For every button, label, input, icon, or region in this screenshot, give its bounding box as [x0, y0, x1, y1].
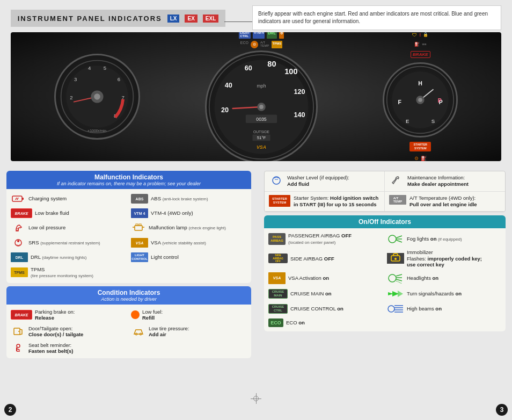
malfunction-subtitle: If an indicator remains on, there may be… — [12, 181, 246, 186]
tpms-text: TPMS(tire pressure monitoring system) — [31, 266, 93, 279]
vsa-badge: VSA — [131, 238, 148, 248]
list-item: High beams on — [387, 302, 501, 315]
speedometer-gauge: 20 40 60 80 100 120 140 mph 0035 — [205, 50, 318, 161]
vsa-text: VSA (vehicle stability assist) — [151, 240, 206, 246]
passenger-airbag-text: PASSENGER AIRBAG OFF(located on center p… — [288, 233, 352, 245]
svg-point-76 — [388, 306, 394, 312]
drl-indicator: DRL — [267, 32, 276, 39]
low-brake-text: Low brake fluid — [35, 210, 69, 216]
svg-text:F: F — [398, 99, 402, 105]
fog-light-icon — [387, 234, 404, 244]
svg-text:4: 4 — [88, 65, 91, 71]
immobilizer-text: ImmobilizerFlashes: improperly coded key… — [407, 249, 482, 267]
cruise-ctrl-text: CRUISE CONTROL on — [290, 306, 343, 312]
condition-section: Condition Indicators Action is needed by… — [6, 286, 251, 358]
drl-badge: DRL — [11, 252, 28, 262]
svg-text:OUTSIDE: OUTSIDE — [253, 130, 270, 134]
door-open-icon — [11, 326, 26, 337]
list-item: STARTERSYSTEM Starter System: Hold ignit… — [265, 192, 385, 212]
list-item: PASSAIRBAG PASSENGER AIRBAG OFF(located … — [268, 231, 383, 246]
light-ctrl-indicator: LIGHTCTRL — [239, 32, 251, 39]
svg-rect-43 — [12, 196, 22, 201]
malfunction-title: Malfunction Indicators — [12, 173, 246, 181]
list-item: A/TTEMP A/T Temperature (4WD only):Pull … — [385, 192, 505, 212]
cruise-ctrl-badge: CRUISECTRL — [268, 304, 288, 314]
airbag-icon: 🛡 — [412, 32, 417, 38]
svg-line-63 — [396, 236, 402, 238]
svg-text:5: 5 — [103, 65, 106, 71]
cruise-main-badge: CRUISEMAIN — [268, 289, 288, 299]
empty-cell-onoff — [387, 317, 501, 328]
cruise-main-text: CRUISE MAIN on — [290, 291, 332, 296]
svg-point-56 — [18, 331, 19, 332]
headlights-text: Headlights on — [407, 275, 438, 281]
srs-icon — [11, 237, 26, 248]
page-number-right: 3 — [496, 404, 508, 416]
charging-icon — [11, 193, 26, 204]
drl-text: DRL (daytime running lights) — [31, 254, 86, 260]
eco-indicator: ECO — [240, 41, 248, 48]
eco-text: ECO on — [286, 320, 305, 325]
svg-line-71 — [396, 279, 402, 281]
engine-icon: ⚙ — [251, 41, 258, 48]
list-item: Turn signals/hazards on — [387, 287, 501, 300]
vsa-act-icon: VSA — [268, 272, 286, 284]
tach-label: ×1000r/min — [87, 129, 106, 133]
condition-title: Condition Indicators — [12, 289, 246, 296]
svg-point-59 — [17, 344, 20, 347]
malfunction-grid: Charging system ABS ABS (anti-lock brake… — [11, 192, 247, 280]
dashboard-inner: 2 3 4 5 6 7 8 ×1000r/min LIGH — [11, 32, 501, 161]
svg-marker-75 — [398, 291, 403, 297]
list-item: VSA VSA (vehicle stability assist) — [131, 236, 247, 249]
svg-point-60 — [273, 177, 280, 184]
maintenance-text: Maintenance Information:Make dealer appo… — [407, 175, 469, 188]
list-item: ImmobilizerFlashes: improperly coded key… — [387, 248, 501, 269]
condition-header: Condition Indicators Action is needed by… — [6, 286, 251, 305]
list-item: Maintenance Information:Make dealer appo… — [385, 171, 505, 192]
svg-text:6: 6 — [117, 76, 120, 82]
vtm4-text: VTM-4 (4WD only) — [151, 210, 193, 216]
svg-point-68 — [389, 274, 396, 282]
list-item: Headlights on — [387, 271, 501, 285]
abs-badge: ABS — [131, 194, 148, 204]
eco-badge: ECO — [268, 318, 283, 327]
lock-icon: 🔒 — [423, 32, 428, 38]
dashboard-area: 2 3 4 5 6 7 8 ×1000r/min LIGH — [11, 32, 501, 161]
tpms-indicator: TPMS — [272, 41, 283, 48]
info-indicators-section: Washer Level (if equipped):Add fluid Mai… — [264, 171, 506, 212]
abs-text: ABS (anti-lock brake system) — [151, 195, 208, 202]
svg-text:P: P — [438, 97, 442, 104]
arrow-line — [224, 21, 254, 22]
headlights-icon — [387, 273, 404, 284]
list-item: Door/Tailgate open:Close door(s) / tailg… — [11, 324, 127, 339]
side-airbag-text: SIDE AIRBAG OFF — [290, 256, 334, 262]
at-temp-indicator: A/TTEMP — [260, 41, 269, 48]
page-title: INSTRUMENT PANEL INDICATORS — [18, 15, 162, 23]
engine-icon-2: ⚙ — [414, 156, 419, 161]
passenger-airbag-badge: PASSAIRBAG — [268, 233, 286, 245]
onoff-header: On/Off Indicators — [264, 215, 506, 228]
seatbelt-icon — [11, 343, 26, 353]
wrench-icon — [389, 175, 404, 185]
oil-icon — [11, 222, 26, 233]
list-item: BRAKE Low brake fluid — [11, 207, 127, 219]
high-beam-icon — [387, 303, 404, 314]
condition-grid: BRAKE Parking brake on:Release Low fuel:… — [11, 308, 247, 355]
svg-text:140: 140 — [294, 111, 305, 119]
door-open-text: Door/Tailgate open:Close door(s) / tailg… — [28, 325, 83, 338]
tachometer-gauge: 2 3 4 5 6 7 8 ×1000r/min — [54, 54, 140, 140]
list-item: Low fuel:Refill — [131, 308, 247, 322]
svg-line-69 — [396, 274, 402, 276]
svg-text:mph: mph — [257, 83, 266, 89]
parking-brake-badge: BRAKE — [11, 310, 32, 320]
fuel-icon: ⛽ — [414, 42, 420, 47]
list-item: VSA VSA Activation on — [268, 271, 383, 285]
svg-point-54 — [17, 240, 19, 242]
list-item: BRAKE Parking brake on:Release — [11, 308, 127, 322]
malfunction-header: Malfunction Indicators If an indicator r… — [6, 171, 251, 189]
left-panel: Malfunction Indicators If an indicator r… — [0, 166, 258, 420]
svg-text:2: 2 — [70, 95, 72, 100]
brake-warn-icon: ! — [419, 32, 421, 38]
turn-signal-text: Turn signals/hazards on — [407, 291, 462, 296]
list-item: ABS ABS (anti-lock brake system) — [131, 192, 247, 205]
